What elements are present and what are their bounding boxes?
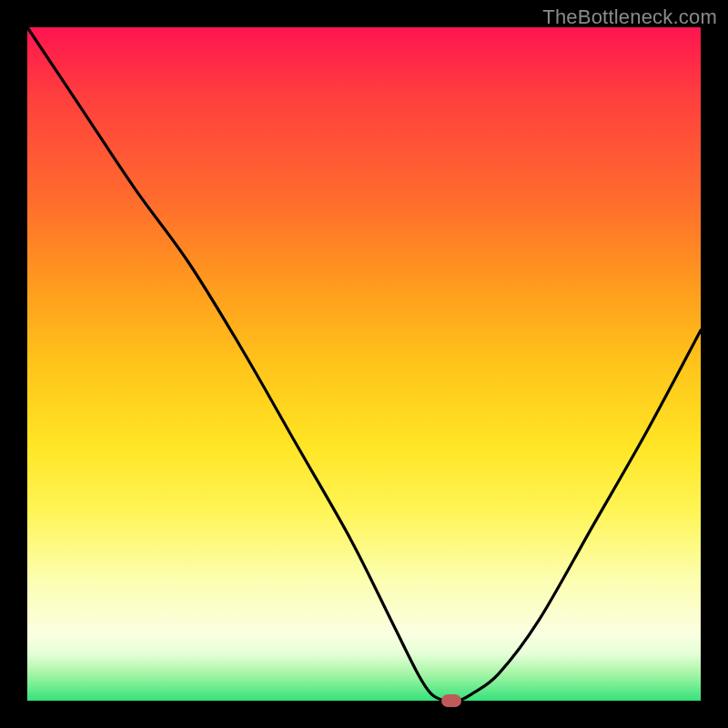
optimal-point-marker xyxy=(441,694,461,707)
watermark-text: TheBottleneck.com xyxy=(542,5,717,29)
plot-area xyxy=(27,27,701,701)
bottleneck-curve xyxy=(27,27,701,701)
chart-frame: TheBottleneck.com xyxy=(0,0,728,728)
